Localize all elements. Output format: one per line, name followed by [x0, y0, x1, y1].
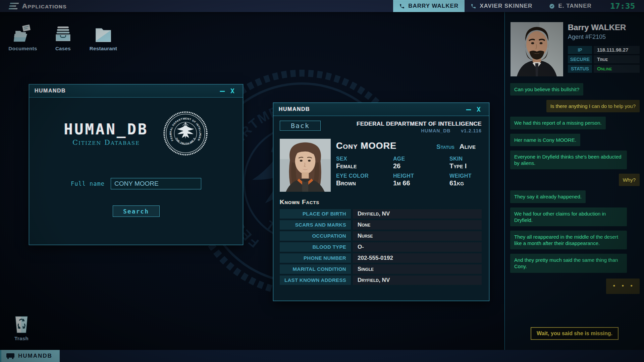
desktop-icon-restaurant[interactable]: Restaurant — [88, 23, 119, 51]
phone-icon — [471, 3, 476, 9]
info-value: 118.111.98.27 — [594, 46, 640, 54]
attr-value: 61kg — [449, 179, 482, 187]
chat-message: Why? — [619, 174, 640, 186]
search-button[interactable]: Search — [113, 205, 160, 217]
contact-name: BARRY WALKER — [408, 3, 459, 9]
attr-label: AGE — [393, 156, 449, 162]
person-name: Cony MOORE — [336, 141, 396, 151]
attr-label: EYE COLOR — [336, 173, 393, 179]
taskbar-task-humandb[interactable]: HUMANDB — [1, 350, 60, 362]
app-version: v1.2.116 — [461, 128, 482, 133]
person-attributes: SEX Female AGE 26 SKIN Type I EYE COLOR … — [336, 156, 482, 187]
attr-label: HEIGHT — [393, 173, 449, 179]
fact-value: Single — [353, 264, 482, 274]
window-title-bar[interactable]: HUMANDB – X — [29, 84, 243, 98]
app-name: HUMAN_DB — [64, 121, 149, 138]
trash-can-icon — [13, 315, 30, 334]
desktop-icon-documents[interactable]: Documents — [7, 23, 38, 51]
fact-label: OCCUPATION — [280, 231, 351, 241]
table-row: OCCUPATION Nurse — [280, 231, 482, 241]
humandb-result-window: HUMANDB – X Back FEDERAL DEPARTMENT OF I… — [273, 103, 489, 301]
chat-message: Can you believe this bullshit? — [510, 83, 583, 96]
table-row: LAST KNOWN ADDRESS Dryfield, NV — [280, 276, 482, 285]
app-subtitle: Citizen Database — [64, 138, 149, 146]
chat-message: Is there anything I can do to help you? — [546, 100, 640, 112]
applications-menu-label: Applications — [22, 2, 67, 10]
attr-value: 26 — [393, 162, 449, 170]
table-row: BLOOD TYPE O- — [280, 242, 482, 252]
info-label: SECURE — [568, 55, 592, 63]
info-value: True — [594, 55, 640, 63]
desktop-icon-grid: Documents Cases Resta — [7, 23, 119, 51]
close-button[interactable]: X — [474, 105, 484, 113]
contact-name: E. TANNER — [558, 3, 591, 9]
minimize-button[interactable]: – — [217, 87, 227, 94]
fact-label: LAST KNOWN ADDRESS — [280, 276, 351, 285]
fact-value: 202-555-0192 — [353, 253, 482, 263]
table-row: SECURE True — [568, 55, 640, 63]
chat-message: And they pretty much said the same thing… — [510, 254, 627, 273]
fact-value: O- — [353, 242, 482, 252]
fact-value: Dryfield, NV — [353, 276, 482, 285]
table-row: STATUS Online — [568, 65, 640, 73]
attr-value: Brown — [336, 179, 393, 187]
attr-value: Type I — [449, 162, 482, 170]
status-label: Status — [436, 143, 454, 150]
profile-agent-id: Agent #F2105 — [568, 34, 640, 41]
window-title-bar[interactable]: HUMANDB – X — [273, 103, 489, 116]
profile-name: Barry WALKER — [568, 23, 640, 32]
fact-label: BLOOD TYPE — [280, 242, 351, 252]
desktop-icon-label: Documents — [8, 46, 37, 51]
clock: 17:35 — [598, 0, 644, 12]
fact-label: MARITAL CONDITION — [280, 264, 351, 274]
desktop: Documents Cases Resta — [0, 12, 504, 350]
close-button[interactable]: X — [227, 87, 237, 95]
contact-sidebar: Barry WALKER Agent #F2105 IP 118.111.98.… — [504, 12, 644, 350]
back-button[interactable]: Back — [280, 121, 321, 131]
chat-message: They all reappeared in the middle of the… — [510, 231, 627, 249]
contact-profile: Barry WALKER Agent #F2105 IP 118.111.98.… — [505, 12, 644, 76]
inbox-tray-icon — [53, 23, 73, 44]
chat-message: We had this report of a missing person. — [510, 117, 606, 129]
table-row: SCARS AND MARKS None — [280, 220, 482, 230]
app-branding: HUMAN_DB Citizen Database — [29, 111, 243, 156]
hamburger-icon — [9, 3, 19, 9]
contact-tab-barry-walker[interactable]: BARRY WALKER — [393, 0, 465, 12]
cony-moore-photo — [280, 139, 331, 192]
full-name-input[interactable] — [111, 178, 201, 189]
typing-indicator: • • • — [606, 279, 640, 294]
badge-check-icon — [549, 3, 555, 9]
barry-walker-photo — [511, 22, 563, 76]
profile-info-table: IP 118.111.98.27 SECURE True STATUS Onli… — [568, 46, 640, 73]
attr-label: WEIGHT — [449, 173, 482, 179]
info-label: STATUS — [568, 65, 592, 73]
app-window-icon — [6, 353, 15, 359]
fact-value: None — [353, 220, 482, 230]
attr-value: 1m 66 — [393, 179, 449, 187]
known-facts-title: Known Facts — [280, 198, 482, 206]
fact-value: Dryfield, NV — [353, 209, 482, 219]
app-id: HUMAN_DB — [421, 128, 450, 133]
table-row: PLACE OF BIRTH Dryfield, NV — [280, 209, 482, 219]
chat-thread: Can you believe this bullshit? Is there … — [505, 83, 644, 321]
applications-menu-button[interactable]: Applications — [0, 0, 71, 12]
chat-message: We had four other claims for abduction i… — [510, 207, 627, 226]
attr-value: Female — [336, 162, 393, 170]
info-label: IP — [568, 46, 592, 54]
known-facts-table: PLACE OF BIRTH Dryfield, NV SCARS AND MA… — [280, 209, 482, 285]
desktop-icon-cases[interactable]: Cases — [48, 23, 78, 51]
trash-icon[interactable]: Trash — [9, 315, 34, 341]
contact-tab-e-tanner[interactable]: E. TANNER — [543, 0, 597, 12]
full-name-label: Full name — [71, 180, 105, 187]
minimize-button[interactable]: – — [464, 106, 474, 113]
dialogue-reply-button[interactable]: Wait, you said she is missing. — [531, 327, 619, 340]
chat-message: Everyone in Dryfield thinks she's been a… — [510, 150, 627, 169]
fact-label: SCARS AND MARKS — [280, 220, 351, 230]
game-screen: Applications BARRY WALKER XAVIER SKINNER… — [0, 0, 644, 362]
fact-label: PLACE OF BIRTH — [280, 209, 351, 219]
contact-tab-xavier-skinner[interactable]: XAVIER SKINNER — [465, 0, 538, 12]
fdi-seal — [163, 111, 208, 156]
attr-label: SKIN — [449, 156, 482, 162]
table-row: PHONE NUMBER 202-555-0192 — [280, 253, 482, 263]
fact-value: Nurse — [353, 231, 482, 241]
